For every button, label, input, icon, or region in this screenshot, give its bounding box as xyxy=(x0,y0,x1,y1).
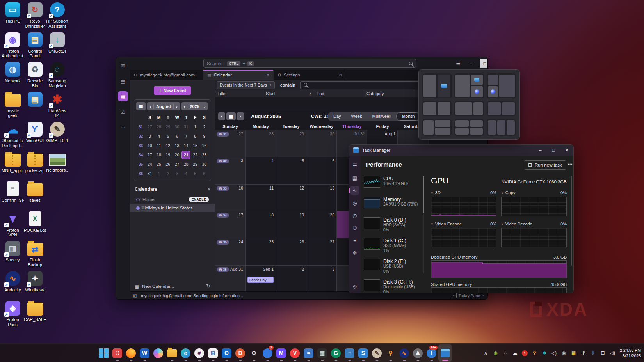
tab-calendar[interactable]: ▦ Calendar ✕ xyxy=(203,70,274,80)
minical-day[interactable]: 3 xyxy=(145,132,154,140)
tab-mail-account[interactable]: ✉ mysticgeek.htg@gmail.com xyxy=(130,70,203,80)
tray-chevron[interactable]: ∧ xyxy=(481,344,491,362)
enable-badge[interactable]: ENABLE xyxy=(189,197,209,202)
snap-layout-option[interactable] xyxy=(487,101,516,117)
minical-day[interactable]: 5 xyxy=(164,132,173,140)
search-tray[interactable]: ⚲ xyxy=(530,344,539,362)
vivaldi[interactable]: V xyxy=(288,344,302,362)
network[interactable]: ◍ Network xyxy=(2,62,24,92)
tasks-icon[interactable]: ☑ xyxy=(118,106,128,117)
this-pc[interactable]: ▭ This PC xyxy=(2,2,24,32)
confirm-sn-doc[interactable]: ≡ Confirm_SN... xyxy=(2,181,24,211)
minical-day[interactable]: 15 xyxy=(191,142,200,150)
revo-uninstaller[interactable]: ↻ Revo Uninstaller xyxy=(24,2,46,32)
onedrive-tray[interactable]: ☁ xyxy=(510,344,520,362)
details-icon[interactable]: ≡ xyxy=(350,236,359,245)
minical-day[interactable]: 4 xyxy=(155,132,164,140)
settings-gear-icon[interactable]: ⚙ xyxy=(350,284,359,290)
irfanview-64[interactable]: ✱ IrfanView 64 xyxy=(46,92,68,122)
teal-dot-tray[interactable]: ✱ xyxy=(539,344,549,362)
calculator[interactable]: = xyxy=(302,344,315,362)
start-button[interactable] xyxy=(97,344,110,362)
perf-metric-item[interactable]: Disk 0 (D:) HDD (SATA) 0% xyxy=(364,217,422,238)
volume-tray[interactable]: ◁) xyxy=(608,344,617,362)
maximize-button[interactable]: □ xyxy=(547,145,560,156)
view-option[interactable]: Month xyxy=(396,112,420,121)
gimp-taskbar[interactable]: ✎ xyxy=(370,344,384,362)
chevron-down-icon[interactable]: ∨ xyxy=(501,191,503,195)
panel-scrollbar[interactable] xyxy=(571,176,572,266)
mail-badge-tray[interactable]: 1 xyxy=(520,344,530,362)
samsung-magician[interactable]: ◌ Samsung Magician xyxy=(46,62,68,92)
calendar-day-cell[interactable]: 20 xyxy=(306,211,337,238)
calendar-list-item-holidays[interactable]: Holidays in United States xyxy=(130,204,215,212)
snap-layout-option[interactable] xyxy=(454,73,484,98)
proton-pass[interactable]: ◈ Proton Pass xyxy=(2,301,24,331)
edge[interactable]: e xyxy=(179,344,192,362)
dots-tray[interactable]: ∴ xyxy=(500,344,510,362)
unigetui[interactable]: ↓ UniGetUI xyxy=(46,32,68,62)
calendar-day-cell[interactable]: 5 xyxy=(276,157,306,184)
minical-day[interactable]: 29 xyxy=(164,123,173,131)
clock[interactable]: 2:24:53 PM 8/21/2025 xyxy=(620,344,641,362)
everything-search[interactable]: ⚲ xyxy=(384,344,397,362)
flash-backup-folder[interactable]: ⇄ Flash Backup xyxy=(24,241,46,271)
column-category[interactable]: Category xyxy=(364,90,414,97)
today-button[interactable]: ▦ xyxy=(226,112,236,120)
slack[interactable]: # xyxy=(192,344,206,362)
audacity-taskbar[interactable]: ∿ xyxy=(397,344,411,362)
calendar-day-cell[interactable]: 18 xyxy=(246,211,276,238)
minical-day[interactable]: 4 xyxy=(181,170,190,178)
global-search-bar[interactable]: Search... CTRL + K xyxy=(203,59,416,68)
processes-icon[interactable]: ▦ xyxy=(350,174,359,182)
column-end[interactable]: End xyxy=(314,90,364,97)
column-start[interactable]: Start∧ xyxy=(263,90,314,97)
neighbors-image[interactable]: Neighbors... xyxy=(46,152,68,182)
event-filter-dropdown[interactable]: Events in the Next 7 Days ∨ xyxy=(217,81,275,89)
calendar-list-item-home[interactable]: Home ENABLE xyxy=(134,195,211,204)
snap-layout-option[interactable] xyxy=(422,73,452,98)
list-scrollbar[interactable] xyxy=(423,176,424,273)
snap-layout-option[interactable] xyxy=(454,101,484,117)
chevron-down-icon[interactable]: ∨ xyxy=(431,222,433,226)
thunderbird-taskbar[interactable]: t 99+ xyxy=(425,344,438,362)
minical-day[interactable]: 6 xyxy=(200,170,209,178)
mail-icon[interactable]: ✉ xyxy=(118,61,128,71)
minical-month-nav[interactable]: ‹ August › xyxy=(147,102,180,110)
audacity-shortcut[interactable]: ∿ Audacity xyxy=(2,271,24,301)
minical-day[interactable]: 17 xyxy=(145,151,154,159)
proton-vpn[interactable]: ▼ Proton VPN xyxy=(2,211,24,241)
calendar-day-cell[interactable]: 4 xyxy=(246,157,276,184)
image-viewer[interactable]: ▦ xyxy=(315,344,329,362)
minical-day[interactable]: 28 xyxy=(181,160,190,169)
perf-metric-item[interactable]: Disk 2 (E:) USB (USB) 0% xyxy=(364,259,422,279)
new-event-button[interactable]: +New Event xyxy=(154,86,191,95)
shortcut-to-desktop[interactable]: ☁ Shortcut to Desktop (... xyxy=(2,122,24,152)
close-tab-icon[interactable]: ✕ xyxy=(336,73,342,77)
calendar-day-cell[interactable]: 12 xyxy=(276,185,306,211)
minimize-button[interactable]: – xyxy=(534,145,547,156)
minical-day[interactable]: 27 xyxy=(145,123,154,131)
grammarly[interactable]: G xyxy=(329,344,343,362)
today-pane-toggle[interactable]: 21 Today Pane ∨ xyxy=(452,293,484,298)
minical-today-button[interactable]: ▦ xyxy=(136,102,146,110)
menu-icon[interactable]: ☰ xyxy=(350,161,359,170)
blue-s-app[interactable]: S xyxy=(356,344,370,362)
minical-day[interactable]: 21 xyxy=(181,151,190,159)
bluetooth-tray[interactable]: ᛒ xyxy=(588,344,598,362)
minical-day[interactable]: 31 xyxy=(181,123,190,131)
calendar-icon[interactable]: ▦ xyxy=(118,91,128,101)
chevron-down-icon[interactable]: ∨ xyxy=(501,222,503,226)
tab-settings[interactable]: ⚙ Settings ✕ xyxy=(274,70,346,80)
calendar-day-cell[interactable]: 6 xyxy=(306,157,337,184)
calendar-day-cell[interactable]: 26 xyxy=(276,238,306,265)
minical-day[interactable]: 1 xyxy=(155,170,164,178)
minical-day[interactable]: 3 xyxy=(173,170,181,178)
calendar-day-cell[interactable]: 2 xyxy=(276,266,306,292)
view-option[interactable]: Week xyxy=(346,112,367,121)
minical-day[interactable]: 1 xyxy=(191,123,200,131)
new-calendar-button[interactable]: ▦ New Calendar... ↻ xyxy=(135,283,210,289)
minical-day[interactable]: 2 xyxy=(164,170,173,178)
mystic-geek-folder[interactable]: mystic geek xyxy=(2,92,24,122)
settings[interactable]: ⚙ xyxy=(247,344,261,362)
